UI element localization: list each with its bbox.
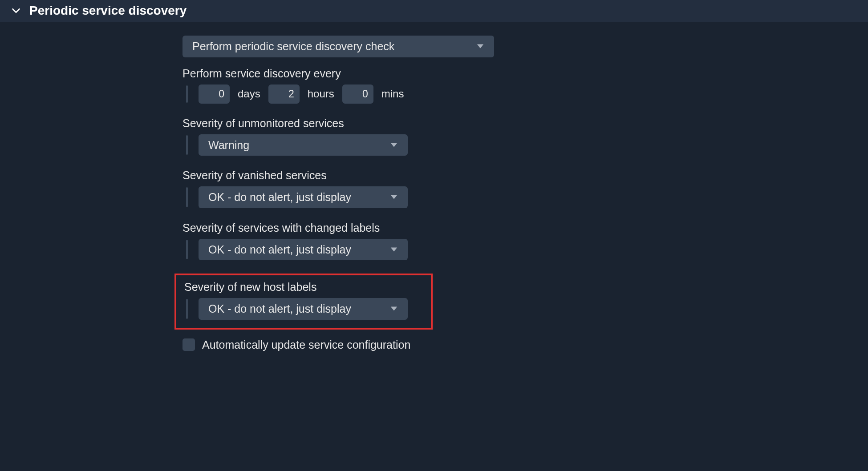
sev-new-host-labels-highlight: Severity of new host labels OK - do not …: [174, 274, 433, 330]
page-root: Periodic service discovery Perform perio…: [0, 0, 868, 471]
sev-vanished-dropdown[interactable]: OK - do not alert, just display: [199, 186, 408, 208]
sev-vanished-value: OK - do not alert, just display: [208, 190, 351, 205]
sev-unmonitored-group: Severity of unmonitored services Warning: [183, 117, 850, 156]
sev-new-host-labels-dropdown[interactable]: OK - do not alert, just display: [199, 298, 408, 320]
interval-hours-input[interactable]: [268, 85, 300, 104]
interval-days-unit: days: [238, 88, 260, 100]
sev-changed-labels-label: Severity of services with changed labels: [183, 221, 850, 234]
dropdown-arrow-icon: [390, 194, 398, 200]
mode-dropdown-value: Perform periodic service discovery check: [192, 39, 394, 54]
interval-row: days hours mins: [199, 85, 850, 104]
sev-vanished-label: Severity of vanished services: [183, 169, 850, 182]
sev-changed-labels-dropdown[interactable]: OK - do not alert, just display: [199, 239, 408, 261]
auto-update-checkbox[interactable]: [183, 338, 195, 351]
auto-update-label: Automatically update service configurati…: [202, 338, 410, 351]
interval-hours-unit: hours: [308, 88, 334, 100]
mode-dropdown[interactable]: Perform periodic service discovery check: [183, 36, 494, 57]
sev-new-host-labels-label: Severity of new host labels: [184, 281, 423, 294]
interval-label: Perform service discovery every: [183, 67, 850, 80]
section-title: Periodic service discovery: [29, 4, 187, 18]
dropdown-arrow-icon: [390, 142, 398, 148]
sev-vanished-group: Severity of vanished services OK - do no…: [183, 169, 850, 208]
interval-mins-unit: mins: [381, 88, 404, 100]
sev-new-host-labels-value: OK - do not alert, just display: [208, 302, 351, 316]
interval-mins-input[interactable]: [342, 85, 373, 104]
dropdown-arrow-icon: [390, 246, 398, 253]
sev-changed-labels-subblock: OK - do not alert, just display: [183, 239, 850, 261]
sev-unmonitored-value: Warning: [208, 138, 249, 153]
chevron-down-icon: [11, 5, 21, 16]
dropdown-arrow-icon: [476, 43, 484, 49]
interval-group: Perform service discovery every days hou…: [183, 67, 850, 104]
sev-changed-labels-group: Severity of services with changed labels…: [183, 221, 850, 261]
sev-unmonitored-subblock: Warning: [183, 134, 850, 156]
sev-new-host-labels-subblock: OK - do not alert, just display: [183, 298, 423, 320]
auto-update-row: Automatically update service configurati…: [183, 338, 850, 351]
sev-vanished-subblock: OK - do not alert, just display: [183, 186, 850, 208]
sev-unmonitored-dropdown[interactable]: Warning: [199, 134, 408, 156]
dropdown-arrow-icon: [390, 306, 398, 312]
interval-days-input[interactable]: [199, 85, 230, 104]
sev-changed-labels-value: OK - do not alert, just display: [208, 242, 351, 257]
interval-subblock: days hours mins: [183, 85, 850, 104]
section-header[interactable]: Periodic service discovery: [0, 0, 868, 22]
form-body: Perform periodic service discovery check…: [0, 22, 868, 351]
sev-unmonitored-label: Severity of unmonitored services: [183, 117, 850, 130]
